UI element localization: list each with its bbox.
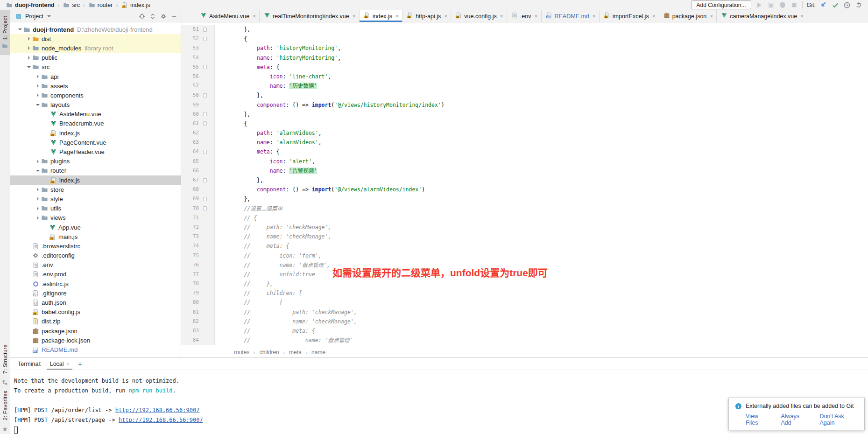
structure-icon[interactable]	[1, 378, 9, 386]
code-line-51[interactable]: 51 },	[181, 25, 868, 34]
fold-marker-icon[interactable]	[199, 93, 211, 98]
close-icon[interactable]: ×	[710, 13, 713, 20]
tree-item-app.vue[interactable]: App.vue	[10, 223, 181, 232]
code-line-59[interactable]: 59 component: () => import('@/views/hist…	[181, 100, 868, 110]
new-terminal-button[interactable]: +	[78, 360, 82, 368]
code-line-62[interactable]: 62 path: 'alarmVideos',	[181, 128, 868, 138]
sidebar-item-structure[interactable]: 7: Structure	[2, 344, 8, 374]
tab-index.js[interactable]: JSindex.js×	[360, 10, 402, 22]
fold-marker-icon[interactable]	[199, 178, 211, 182]
close-icon[interactable]: ×	[652, 13, 656, 20]
code-line-65[interactable]: 65 icon: 'alert',	[181, 157, 868, 166]
code-line-83[interactable]: 83 // meta: {	[181, 326, 868, 336]
code-line-64[interactable]: 64 meta: {	[181, 147, 868, 156]
code-line-63[interactable]: 63 name: 'alarmVideos',	[181, 138, 868, 147]
tree-item-.gitignore[interactable]: .gitignore	[10, 288, 181, 298]
fold-marker-icon[interactable]	[199, 206, 211, 210]
code-line-73[interactable]: 73 // name: 'checkManage',	[181, 232, 868, 241]
code-line-53[interactable]: 53 path: 'historyMonitoring',	[181, 43, 868, 53]
close-icon[interactable]: ×	[353, 13, 356, 20]
sidebar-item-project[interactable]: 1: Project	[0, 10, 10, 55]
tree-item-readme.md[interactable]: MDREADME.md	[10, 345, 181, 354]
tree-item-.eslintrc.js[interactable]: .eslintrc.js	[10, 279, 181, 288]
tree-item-package-lock.json[interactable]: package-lock.json	[10, 336, 181, 345]
tree-item-index.js[interactable]: JSindex.js	[10, 175, 181, 185]
fold-marker-icon[interactable]	[199, 112, 211, 116]
code-line-84[interactable]: 84 // name: '盘点管理'	[181, 336, 868, 345]
tree-item-.editorconfig[interactable]: .editorconfig	[10, 251, 181, 260]
tree-item-plugins[interactable]: plugins	[10, 157, 181, 166]
tab-asidemenu.vue[interactable]: AsideMenu.vue×	[196, 10, 260, 22]
settings-gear-icon[interactable]	[160, 13, 167, 20]
tree-item-store[interactable]: store	[10, 185, 181, 194]
terminal-tab-local[interactable]: Local ×	[49, 358, 71, 370]
fold-marker-icon[interactable]	[199, 28, 211, 32]
close-icon[interactable]: ×	[593, 13, 596, 20]
notification-action-don-t-ask-again[interactable]: Don't Ask Again	[819, 413, 859, 426]
code-line-66[interactable]: 66 name: '告警视频'	[181, 166, 868, 175]
code-line-78[interactable]: 78 // },	[181, 279, 868, 288]
project-panel-title[interactable]: Project	[25, 13, 43, 20]
code-line-61[interactable]: 61 {	[181, 119, 868, 128]
tab-http-api.js[interactable]: JShttp-api.js×	[402, 10, 451, 22]
tree-item-style[interactable]: style	[10, 194, 181, 203]
code-line-80[interactable]: 80 // {	[181, 298, 868, 307]
chevron-down-icon[interactable]	[17, 28, 23, 30]
tab-cameramanage-index.vue[interactable]: cameraManage\index.vue×	[717, 10, 807, 22]
tree-item-pagecontent.vue[interactable]: PageContent.vue	[10, 138, 181, 147]
breadcrumb-item[interactable]: router	[87, 1, 114, 9]
code-line-79[interactable]: 79 // children: [	[181, 288, 868, 298]
debug-icon[interactable]	[767, 1, 775, 9]
tree-item-utils[interactable]: utils	[10, 204, 181, 213]
tab-importexcel.js[interactable]: JSimportExcel.js×	[600, 10, 659, 22]
chevron-right-icon[interactable]	[26, 46, 32, 50]
tree-item-breadcrumb.vue[interactable]: Breadcrumb.vue	[10, 119, 181, 128]
tree-item-api[interactable]: api	[10, 72, 181, 81]
chevron-right-icon[interactable]	[35, 75, 41, 78]
chevron-right-icon[interactable]	[35, 84, 41, 88]
close-icon[interactable]: ×	[67, 361, 70, 367]
editor-breadcrumb-meta[interactable]: meta	[289, 349, 302, 356]
chevron-down-icon[interactable]	[47, 15, 51, 17]
tab-readme.md[interactable]: MDREADME.md×	[542, 10, 600, 22]
tree-item-components[interactable]: components	[10, 91, 181, 100]
notification-action-view-files[interactable]: View Files	[746, 413, 771, 426]
code-line-57[interactable]: 57 name: '历史数据'	[181, 81, 868, 91]
chevron-right-icon[interactable]	[35, 160, 41, 163]
code-line-70[interactable]: 70 //设置二级菜单	[181, 204, 868, 213]
code-line-74[interactable]: 74 // meta: {	[181, 241, 868, 251]
tree-item-auth.json[interactable]: {)auth.json	[10, 298, 181, 307]
locate-file-icon[interactable]	[138, 13, 146, 20]
sidebar-item-favorites[interactable]: 2: Favorites	[2, 391, 8, 420]
tree-item-main.js[interactable]: JSmain.js	[10, 232, 181, 241]
git-revert-icon[interactable]	[855, 1, 862, 9]
breadcrumb-item[interactable]: src	[62, 1, 81, 9]
fold-marker-icon[interactable]	[199, 37, 211, 41]
code-line-55[interactable]: 55 meta: {	[181, 63, 868, 72]
git-history-icon[interactable]	[843, 1, 851, 9]
tree-item-router[interactable]: router	[10, 166, 181, 175]
breadcrumb-item[interactable]: JSindex.js	[120, 1, 151, 9]
code-line-60[interactable]: 60 },	[181, 110, 868, 119]
tree-item-asidemenu.vue[interactable]: AsideMenu.vue	[10, 110, 181, 119]
run-coverage-icon[interactable]	[779, 1, 786, 9]
close-icon[interactable]: ×	[253, 13, 256, 20]
collapse-all-icon[interactable]	[149, 13, 156, 20]
add-configuration-button[interactable]: Add Configuration...	[691, 0, 751, 9]
terminal-link[interactable]: http://192.168.66.56:9007	[119, 417, 203, 423]
chevron-right-icon[interactable]	[35, 207, 41, 210]
code-editor[interactable]: 51 },52 {53 path: 'historyMonitoring',54…	[181, 22, 868, 347]
tab-package.json[interactable]: package.json×	[659, 10, 717, 22]
code-line-75[interactable]: 75 // icon: 'form',	[181, 251, 868, 260]
close-icon[interactable]: ×	[395, 13, 399, 20]
chevron-down-icon[interactable]	[35, 104, 41, 106]
run-icon[interactable]	[755, 1, 763, 9]
editor-breadcrumb-routes[interactable]: routes	[234, 349, 249, 356]
hide-panel-icon[interactable]	[170, 13, 178, 20]
terminal-link[interactable]: http://192.168.66.56:9007	[115, 407, 200, 413]
code-line-82[interactable]: 82 // name: 'checkManage',	[181, 317, 868, 326]
tree-item-package.json[interactable]: package.json	[10, 326, 181, 336]
tab-realtimemonitoring-index.vue[interactable]: realTimeMonitoring\index.vue×	[260, 10, 360, 22]
tree-item-views[interactable]: views	[10, 213, 181, 223]
chevron-right-icon[interactable]	[35, 216, 41, 220]
